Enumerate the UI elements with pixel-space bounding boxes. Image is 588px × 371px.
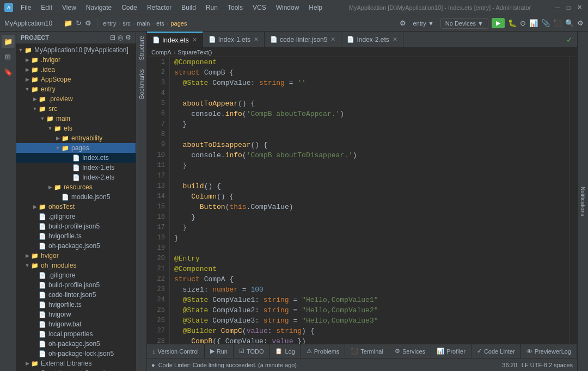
menu-bar[interactable]: File Edit View Navigate Code Refactor Bu… [16, 3, 327, 13]
gear-icon[interactable]: ⚙ [400, 19, 406, 27]
menu-navigate[interactable]: Navigate [82, 3, 116, 13]
menu-tools[interactable]: Tools [223, 3, 247, 13]
tree-item-index2ets[interactable]: 📄 Index-2.ets [16, 172, 136, 182]
tree-item-hvigorwbat[interactable]: 📄 hvigorw.bat [16, 319, 136, 329]
tab-indexets[interactable]: 📄 Index.ets ✕ [147, 32, 203, 47]
coverage-icon[interactable]: ⊙ [520, 19, 526, 27]
stop-icon[interactable]: ⬛ [553, 19, 562, 27]
tab-services[interactable]: ⚙ Services [389, 344, 431, 358]
tree-item-hvigordir[interactable]: ▶ 📁 hvigor [16, 251, 136, 261]
tree-item-ohpackage[interactable]: 📄 oh-package.json5 [16, 241, 136, 251]
debug-icon[interactable]: 🐛 [508, 19, 517, 27]
tree-item-src[interactable]: ▼ 📁 src [16, 104, 136, 114]
tab-version-control[interactable]: ↕ Version Control [147, 344, 205, 358]
tab-run[interactable]: ▶ Run [205, 344, 234, 358]
tree-item-modulejson[interactable]: 📄 module.json5 [16, 192, 136, 202]
menu-help[interactable]: Help [304, 3, 327, 13]
menu-window[interactable]: Window [272, 3, 304, 13]
tree-item-idea[interactable]: ▶ 📁 .idea [16, 65, 136, 75]
menu-run[interactable]: Run [201, 3, 222, 13]
tab-terminal[interactable]: ⬛ Terminal [345, 344, 389, 358]
tree-item-localprops[interactable]: 📄 local.properties [16, 329, 136, 339]
code-editor[interactable]: 1 2 3 4 5 6 7 8 9 10 11 12 13 14 15 16 1… [147, 57, 577, 344]
tree-item-gitignore2[interactable]: 📄 .gitignore [16, 270, 136, 280]
attach-icon[interactable]: 📎 [541, 19, 550, 27]
collapse-all-icon[interactable]: ⊟ [110, 34, 115, 41]
tree-item-hvigor[interactable]: ▶ 📁 .hvigor [16, 55, 136, 65]
activity-bar-project[interactable]: 📁 [2, 35, 15, 48]
entry-button[interactable]: entry ▼ [409, 19, 437, 28]
settings-icon[interactable]: ⚙ [85, 19, 91, 27]
breadcrumb-squaretext[interactable]: SquareText() [177, 49, 212, 55]
tree-item-hvigorfile[interactable]: 📄 hvigorfile.ts [16, 231, 136, 241]
breadcrumb-ets[interactable]: ets [156, 20, 164, 27]
tree-item-codelinter[interactable]: 📄 code-linter.json5 [16, 290, 136, 300]
activity-bar-structure[interactable]: ⊞ [2, 50, 15, 63]
tree-item-index1ets[interactable]: 📄 Index-1.ets [16, 163, 136, 172]
tab-log[interactable]: 📋 Log [270, 344, 301, 358]
tree-item-gitignore[interactable]: 📄 .gitignore [16, 212, 136, 221]
run-button[interactable]: ▶ [492, 18, 505, 28]
tree-item-appscope[interactable]: ▶ 📁 AppScope [16, 75, 136, 84]
menu-code[interactable]: Code [117, 3, 142, 13]
tree-item-scratches[interactable]: ▶ 📁 Scratches and Consoles [16, 368, 136, 371]
tree-item-pages[interactable]: ▼ 📁 pages [16, 143, 136, 153]
settings2-icon[interactable]: ⚙ [577, 19, 584, 27]
notifications-panel-label[interactable]: Notifications [579, 183, 587, 219]
breadcrumb-src[interactable]: src [122, 20, 131, 27]
breadcrumb-pages[interactable]: pages [170, 20, 187, 27]
tree-item-root[interactable]: ▼ 📁 MyApplication10 [MyApplication] [16, 45, 136, 55]
close-button[interactable]: ✕ [575, 3, 584, 12]
breadcrumb-compa[interactable]: CompA [151, 49, 171, 55]
tree-item-buildprofile2[interactable]: 📄 build-profile.json5 [16, 280, 136, 290]
bookmarks-panel-label[interactable]: Bookmarks [136, 65, 147, 103]
tab-problems[interactable]: ⚠ Problems [301, 344, 345, 358]
menu-refactor[interactable]: Refactor [143, 3, 176, 13]
file-tree-header-icons[interactable]: ⊟ ◎ ⚙ [110, 34, 131, 41]
activity-bar-bookmarks[interactable]: 🔖 [2, 65, 15, 78]
menu-vcs[interactable]: VCS [248, 3, 271, 13]
tree-item-ets[interactable]: ▼ 📁 ets [16, 123, 136, 133]
maximize-button[interactable]: □ [564, 3, 573, 12]
tab-close-index2ets[interactable]: ✕ [393, 36, 397, 43]
tab-close-codelinter[interactable]: ✕ [330, 36, 335, 43]
tree-item-main[interactable]: ▼ 📁 main [16, 114, 136, 123]
menu-file[interactable]: File [16, 3, 35, 13]
no-devices-button[interactable]: No Devices ▼ [440, 18, 488, 29]
tree-item-buildprofile[interactable]: 📄 build-profile.json5 [16, 221, 136, 231]
breadcrumb-main[interactable]: main [137, 20, 150, 27]
tab-close-indexets[interactable]: ✕ [192, 36, 197, 44]
menu-build[interactable]: Build [177, 3, 200, 13]
project-structure-icon[interactable]: 📁 [64, 19, 72, 27]
tab-todo[interactable]: ☑ TODO [234, 344, 270, 358]
menu-view[interactable]: View [58, 3, 81, 13]
structure-panel-label[interactable]: Structure [136, 32, 147, 65]
tab-previewerlog[interactable]: 👁 PreviewerLog [521, 344, 577, 358]
tree-item-hvigorfile2[interactable]: 📄 hvigorfile.ts [16, 300, 136, 310]
tree-item-ohmodules[interactable]: ▼ 📁 oh_modules [16, 261, 136, 270]
window-controls[interactable]: ─ □ ✕ [553, 3, 584, 12]
tree-item-extlibs[interactable]: ▶ 📁 External Libraries [16, 358, 136, 368]
tree-item-indexets[interactable]: 📄 Index.ets [16, 153, 136, 163]
breadcrumb-entry[interactable]: entry [103, 20, 116, 27]
tab-close-index1ets[interactable]: ✕ [254, 36, 259, 43]
minimize-button[interactable]: ─ [553, 3, 562, 12]
tab-index2ets[interactable]: 📄 Index-2.ets ✕ [341, 32, 403, 47]
tree-item-ohpackagelock[interactable]: 📄 oh-package-lock.json5 [16, 349, 136, 358]
profile-icon[interactable]: 📊 [529, 19, 538, 27]
tree-item-entryability[interactable]: ▶ 📁 entryability [16, 133, 136, 143]
status-position[interactable]: 36:20 [502, 362, 517, 368]
tree-item-hvigorw[interactable]: 📄 hvigorw [16, 310, 136, 319]
tree-item-entry[interactable]: ▼ 📁 entry [16, 84, 136, 94]
sync-icon[interactable]: ↻ [76, 19, 82, 27]
menu-edit[interactable]: Edit [36, 3, 57, 13]
tab-profiler[interactable]: 📊 Profiler [431, 344, 471, 358]
tab-codelinter[interactable]: 📄 code-linter.json5 ✕ [265, 32, 341, 47]
tab-codelinter-bottom[interactable]: ✓ Code Linter [471, 344, 521, 358]
tab-index1ets[interactable]: 📄 Index-1.ets ✕ [203, 32, 265, 47]
tree-item-preview[interactable]: ▶ 📁 .preview [16, 94, 136, 104]
tree-item-ohpackage2[interactable]: 📄 oh-package.json5 [16, 339, 136, 349]
code-content[interactable]: @Component struct CompB { @State CompVal… [170, 57, 569, 344]
tree-item-resources[interactable]: ▶ 📁 resources [16, 182, 136, 192]
settings-tree-icon[interactable]: ⚙ [125, 34, 131, 41]
